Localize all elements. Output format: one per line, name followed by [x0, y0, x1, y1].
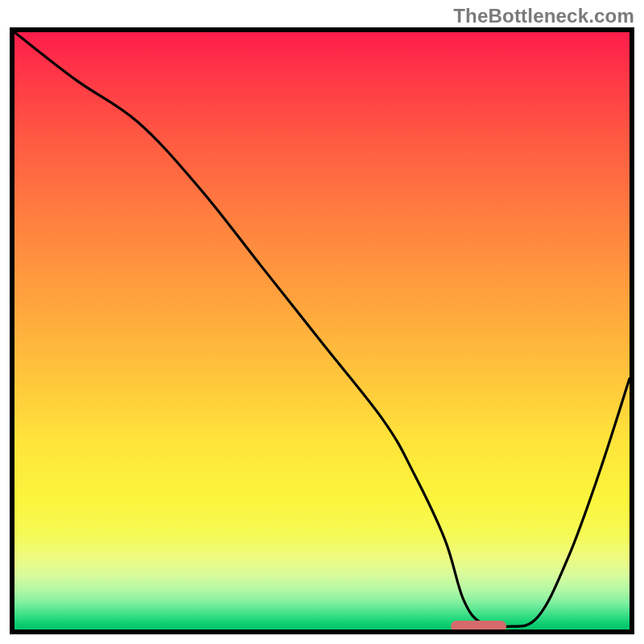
bottleneck-curve	[14, 32, 630, 630]
watermark-text: TheBottleneck.com	[453, 5, 634, 27]
optimal-marker	[451, 621, 506, 630]
plot-border	[10, 27, 634, 634]
chart-frame: TheBottleneck.com	[0, 0, 644, 644]
plot-area	[14, 32, 630, 630]
